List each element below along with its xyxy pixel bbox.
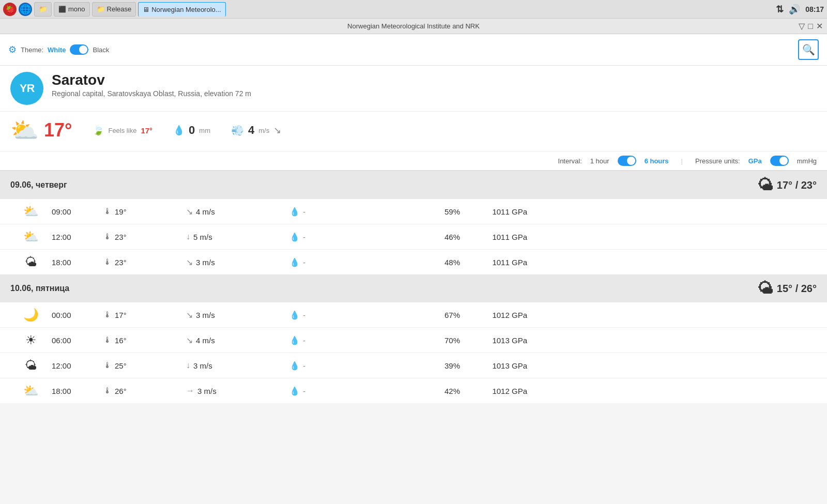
- close-button[interactable]: ✕: [816, 21, 823, 31]
- interval-6h-option[interactable]: 6 hours: [645, 157, 669, 165]
- row-wind: ↘ 3 m/s: [186, 257, 289, 267]
- feels-like-label: Feels like: [108, 127, 136, 134]
- taskbar-release-btn[interactable]: 📁 Release: [92, 2, 136, 17]
- row-temp: 🌡 17°: [103, 310, 186, 319]
- row-precip: 💧 -: [289, 335, 393, 345]
- theme-black-label[interactable]: Black: [93, 46, 109, 54]
- feels-like-section: 🍃 Feels like 17°: [93, 125, 152, 136]
- pressure-gpa-option[interactable]: GPa: [748, 157, 762, 165]
- current-weather-icon: ⛅: [10, 117, 39, 144]
- table-row: 🌤 18:00 🌡 23° ↘ 3 m/s 💧 - 48% 1011 GPa: [0, 250, 827, 274]
- theme-toggle[interactable]: [70, 44, 88, 55]
- wind-direction-icon: ↘: [273, 125, 281, 136]
- row-temp: 🌡 23°: [103, 257, 186, 267]
- table-row: ⛅ 12:00 🌡 23° ↓ 5 m/s 💧 - 46% 1011 GPa: [0, 224, 827, 250]
- row-pressure: 1012 GPa: [460, 387, 527, 395]
- row-icon: 🌤: [10, 358, 52, 373]
- row-icon: 🌙: [10, 308, 52, 322]
- sort-icon[interactable]: ⇅: [776, 4, 784, 15]
- row-pressure: 1011 GPa: [460, 207, 527, 216]
- row-humidity: 67%: [393, 311, 460, 319]
- row-temp: 🌡 26°: [103, 386, 186, 395]
- interval-toggle[interactable]: [618, 156, 636, 166]
- thermometer-icon: 🌡: [103, 232, 112, 241]
- precip-drop-icon: 💧: [289, 386, 300, 396]
- globe-icon[interactable]: 🌐: [19, 3, 32, 16]
- table-row: ⛅ 18:00 🌡 26° → 3 m/s 💧 - 42% 1012 GPa: [0, 378, 827, 403]
- row-humidity: 59%: [393, 207, 460, 216]
- row-wind: ↘ 4 m/s: [186, 335, 289, 345]
- row-humidity: 70%: [393, 336, 460, 345]
- city-name: Saratov: [52, 72, 251, 88]
- release-folder-icon: 📁: [97, 5, 105, 13]
- clock: 08:17: [805, 5, 824, 13]
- interval-toggle-knob: [627, 157, 635, 165]
- day-temp-range-0: 17° / 23°: [777, 179, 817, 191]
- wind-dir-icon: ↘: [186, 310, 193, 320]
- city-info: Saratov Regional capital, Saratovskaya O…: [52, 72, 251, 98]
- day-icon-0: 🌤: [757, 176, 773, 194]
- precip-icon: 💧: [173, 125, 185, 136]
- row-precip: 💧 -: [289, 232, 393, 242]
- row-pressure: 1011 GPa: [460, 258, 527, 267]
- day-date-1: 10.06, пятница: [10, 284, 69, 293]
- precip-drop-icon: 💧: [289, 207, 300, 217]
- current-temp-area: ⛅ 17°: [10, 117, 72, 144]
- row-time: 00:00: [52, 311, 103, 319]
- interval-divider: |: [681, 157, 683, 165]
- forecast-day-1: 10.06, пятница🌤15° / 26° 🌙 00:00 🌡 17° ↘…: [0, 274, 827, 403]
- pressure-toggle[interactable]: [770, 156, 789, 166]
- row-time: 18:00: [52, 258, 103, 267]
- precip-drop-icon: 💧: [289, 310, 300, 320]
- feels-like-value: 17°: [141, 126, 152, 135]
- row-wind: ↓ 5 m/s: [186, 232, 289, 241]
- taskbar-folder-btn[interactable]: 📁: [34, 2, 52, 17]
- row-temp: 🌡 25°: [103, 361, 186, 370]
- row-pressure: 1012 GPa: [460, 311, 527, 319]
- wind-dir-icon: →: [186, 386, 194, 395]
- folder-icon: 📁: [39, 5, 47, 13]
- row-precip: 💧 -: [289, 257, 393, 267]
- pressure-label: Pressure units:: [695, 157, 740, 165]
- day-summary-1: 🌤15° / 26°: [757, 280, 817, 297]
- city-subtitle: Regional capital, Saratovskaya Oblast, R…: [52, 89, 251, 98]
- taskbar-right: ⇅ 🔊 08:17: [776, 4, 824, 15]
- taskbar-terminal-btn[interactable]: ⬛ mono: [54, 2, 90, 17]
- row-temp: 🌡 23°: [103, 232, 186, 241]
- row-time: 06:00: [52, 336, 103, 345]
- current-weather: ⛅ 17° 🍃 Feels like 17° 💧 0 mm 💨 4 m/s ↘: [0, 112, 827, 151]
- pressure-mmhg-option[interactable]: mmHg: [797, 157, 817, 165]
- row-precip: 💧 -: [289, 386, 393, 396]
- pressure-toggle-knob: [779, 157, 788, 165]
- theme-white-label[interactable]: White: [48, 46, 66, 54]
- maximize-button[interactable]: □: [808, 22, 813, 31]
- volume-icon[interactable]: 🔊: [789, 4, 800, 15]
- row-icon: ⛅: [10, 204, 52, 219]
- table-row: 🌙 00:00 🌡 17° ↘ 3 m/s 💧 - 67% 1012 GPa: [0, 302, 827, 328]
- row-pressure: 1011 GPa: [460, 233, 527, 241]
- row-wind: ↘ 4 m/s: [186, 207, 289, 217]
- search-button[interactable]: 🔍: [798, 39, 819, 60]
- city-section: YR Saratov Regional capital, Saratovskay…: [0, 66, 827, 112]
- interval-1h-option[interactable]: 1 hour: [590, 157, 609, 165]
- wind-icon: 💨: [231, 124, 244, 136]
- row-precip: 💧 -: [289, 207, 393, 217]
- day-icon-1: 🌤: [757, 280, 773, 297]
- precipitation-section: 💧 0 mm: [173, 124, 210, 137]
- taskbar-terminal-label: mono: [68, 5, 85, 13]
- row-temp: 🌡 16°: [103, 335, 186, 345]
- settings-icon[interactable]: ⚙: [8, 44, 17, 55]
- raspberry-pi-icon[interactable]: 🍓: [3, 3, 17, 16]
- minimize-button[interactable]: ▽: [799, 21, 805, 31]
- yr-logo: YR: [10, 72, 43, 105]
- row-humidity: 39%: [393, 361, 460, 370]
- taskbar-norwegian-btn[interactable]: 🖥 Norwegian Meteorolo...: [138, 2, 225, 17]
- thermometer-icon: 🌡: [103, 386, 112, 395]
- forecast-container: 09.06, четверг🌤17° / 23° ⛅ 09:00 🌡 19° ↘…: [0, 171, 827, 403]
- day-temp-range-1: 15° / 26°: [777, 283, 817, 295]
- precip-value: 0: [189, 124, 195, 137]
- yr-logo-text: YR: [20, 82, 35, 95]
- row-humidity: 46%: [393, 233, 460, 241]
- thermometer-icon: 🌡: [103, 335, 112, 345]
- interval-label: Interval:: [558, 157, 582, 165]
